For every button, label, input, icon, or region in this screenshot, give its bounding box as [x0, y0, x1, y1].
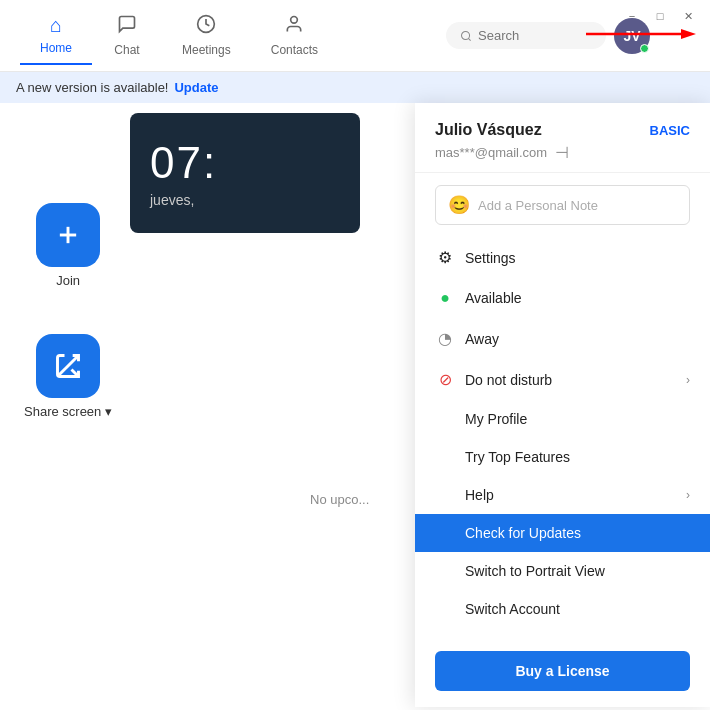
menu-item-profile-label: My Profile	[465, 411, 527, 427]
window-chrome: − □ ✕	[610, 0, 710, 32]
calendar-widget: 07: jueves,	[130, 113, 360, 233]
menu-item-switch-label: Switch Account	[465, 601, 560, 617]
away-status-icon: ◔	[435, 329, 455, 348]
nav-home-label: Home	[40, 41, 72, 55]
main-content: 07: jueves, Join	[0, 103, 710, 707]
search-icon	[460, 29, 472, 43]
home-icon: ⌂	[50, 14, 62, 37]
emoji-icon: 😊	[448, 194, 470, 216]
user-email: mas***@qmail.com	[435, 145, 547, 160]
personal-note-placeholder: Add a Personal Note	[478, 198, 598, 213]
buy-license-button[interactable]: Buy a License	[435, 651, 690, 691]
menu-item-away-label: Away	[465, 331, 499, 347]
menu-item-dnd[interactable]: ⊘ Do not disturb ›	[415, 359, 710, 400]
available-status-icon: ●	[435, 289, 455, 307]
no-upcoming-text: No upco...	[310, 492, 369, 507]
share-label-row: Share screen ▾	[24, 404, 112, 419]
eye-icon[interactable]: ⊣	[555, 143, 569, 162]
personal-note-input[interactable]: 😊 Add a Personal Note	[435, 185, 690, 225]
svg-point-2	[462, 31, 470, 39]
share-screen-container[interactable]: Share screen ▾	[24, 334, 112, 419]
nav-meetings[interactable]: Meetings	[162, 6, 251, 65]
update-link[interactable]: Update	[174, 80, 218, 95]
nav-home[interactable]: ⌂ Home	[20, 6, 92, 65]
menu-item-check-updates[interactable]: Check for Updates	[415, 514, 710, 552]
clock-display: 07:	[150, 138, 217, 188]
user-row: Julio Vásquez BASIC	[435, 121, 690, 139]
menu-item-dnd-label: Do not disturb	[465, 372, 552, 388]
dnd-status-icon: ⊘	[435, 370, 455, 389]
search-input[interactable]	[478, 28, 592, 43]
search-bar[interactable]	[446, 22, 606, 49]
meetings-icon	[196, 14, 216, 39]
online-indicator	[640, 44, 649, 53]
menu-item-settings[interactable]: ⚙ Settings	[415, 237, 710, 278]
menu-item-portrait-label: Switch to Portrait View	[465, 563, 605, 579]
minimize-button[interactable]: −	[624, 8, 640, 24]
plus-icon	[54, 221, 82, 249]
dropdown-header: Julio Vásquez BASIC mas***@qmail.com ⊣	[415, 103, 710, 173]
join-button-container[interactable]: Join	[24, 203, 112, 288]
menu-item-features-label: Try Top Features	[465, 449, 570, 465]
join-button[interactable]	[36, 203, 100, 267]
navbar: ⌂ Home Chat Meetings	[0, 0, 710, 72]
menu-item-help-label: Help	[465, 487, 494, 503]
nav-contacts-label: Contacts	[271, 43, 318, 57]
update-message: A new version is available!	[16, 80, 168, 95]
nav-contacts[interactable]: Contacts	[251, 6, 338, 65]
menu-item-help[interactable]: Help ›	[415, 476, 710, 514]
dropdown-panel: Julio Vásquez BASIC mas***@qmail.com ⊣ 😊…	[415, 103, 710, 707]
menu-item-settings-label: Settings	[465, 250, 516, 266]
menu-item-away[interactable]: ◔ Away	[415, 318, 710, 359]
svg-line-3	[468, 38, 470, 40]
app-container: − □ ✕ ⌂ Home Chat	[0, 0, 710, 710]
menu-item-profile[interactable]: My Profile	[415, 400, 710, 438]
nav-chat-label: Chat	[114, 43, 139, 57]
contacts-icon	[284, 14, 304, 39]
menu-item-available-label: Available	[465, 290, 522, 306]
help-chevron-icon: ›	[686, 488, 690, 502]
share-icon	[54, 352, 82, 380]
user-plan[interactable]: BASIC	[650, 123, 690, 138]
menu-item-portrait[interactable]: Switch to Portrait View	[415, 552, 710, 590]
dnd-chevron-icon: ›	[686, 373, 690, 387]
nav-meetings-label: Meetings	[182, 43, 231, 57]
menu-item-features[interactable]: Try Top Features	[415, 438, 710, 476]
date-display: jueves,	[150, 192, 194, 208]
user-name: Julio Vásquez	[435, 121, 542, 139]
action-buttons: Join Share screen ▾	[24, 203, 112, 419]
chat-icon	[117, 14, 137, 39]
share-chevron-icon: ▾	[105, 404, 112, 419]
share-screen-button[interactable]	[36, 334, 100, 398]
menu-item-sign-out[interactable]: Sign Out	[415, 628, 710, 639]
settings-icon: ⚙	[435, 248, 455, 267]
close-button[interactable]: ✕	[680, 8, 696, 24]
menu-item-updates-label: Check for Updates	[465, 525, 581, 541]
svg-point-1	[291, 17, 298, 24]
menu-item-switch-account[interactable]: Switch Account	[415, 590, 710, 628]
update-banner: A new version is available! Update	[0, 72, 710, 103]
share-label: Share screen	[24, 404, 101, 419]
menu-item-available[interactable]: ● Available	[415, 278, 710, 318]
menu-list: ⚙ Settings ● Available ◔ Away ⊘ Do not d…	[415, 237, 710, 639]
user-email-row: mas***@qmail.com ⊣	[435, 143, 690, 162]
nav-chat[interactable]: Chat	[92, 6, 162, 65]
join-label: Join	[56, 273, 80, 288]
maximize-button[interactable]: □	[652, 8, 668, 24]
